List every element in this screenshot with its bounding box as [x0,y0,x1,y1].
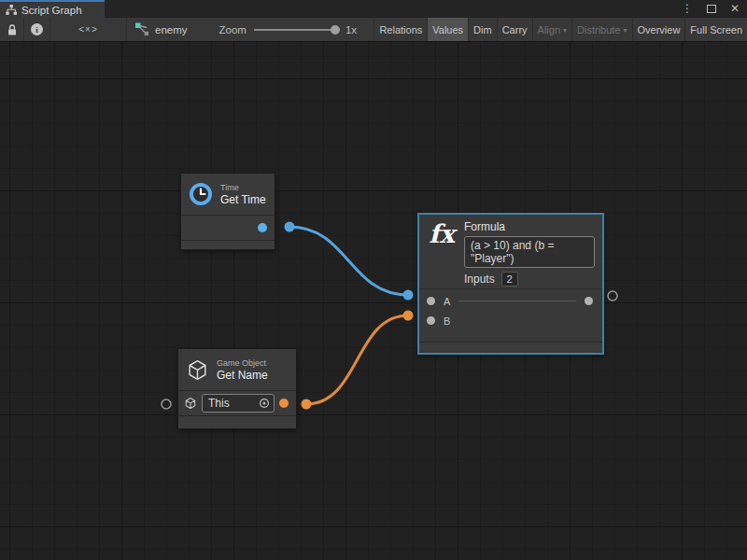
wire-endpoint-time-output[interactable] [285,222,295,232]
values-button[interactable]: Values [427,18,468,41]
cube-icon [186,358,209,382]
inputs-count-field[interactable]: 2 [501,272,518,287]
carry-button[interactable]: Carry [497,18,532,41]
zoom-value: 1x [345,24,357,35]
tab-title: Script Graph [21,5,82,16]
dim-button[interactable]: Dim [468,18,497,41]
graph-hierarchy-icon [6,5,17,15]
formula-fx-icon: fx [427,220,457,288]
formula-expression-line1: (a > 10) and (b = [471,239,588,252]
inputs-label: Inputs [464,273,495,286]
port-b-label: B [444,315,450,327]
info-icon: i [31,23,43,35]
wire-endpoint-formula-b[interactable] [403,311,414,321]
chevron-down-icon: ▾ [624,26,627,35]
toolbar-buttons: Relations Values Dim Carry Align ▾ Distr… [374,18,747,41]
chevron-down-icon: ▾ [563,26,567,35]
window-controls: ⋮ ✕ [682,0,740,18]
node-formula-ports: A B [419,288,602,342]
wire-layer [0,42,747,560]
titlebar: Script Graph ⋮ ✕ [0,0,747,18]
output-port-name[interactable] [279,399,289,408]
unconnected-output-formula[interactable] [608,291,617,301]
relations-button[interactable]: Relations [374,18,427,41]
graph-breadcrumb[interactable]: enemy [134,18,188,41]
node-title: Formula [464,220,595,233]
node-get-time-ports [181,215,275,240]
node-get-name-header[interactable]: Game Object Get Name [178,349,296,390]
formula-inputs-row: Inputs 2 [464,272,595,287]
graph-canvas[interactable]: Time Get Time Game Object Get Name [0,42,747,560]
maximize-icon[interactable] [707,5,716,13]
port-row-a: A [419,291,602,311]
wire-endpoint-formula-a[interactable] [403,290,414,301]
node-get-time-header[interactable]: Time Get Time [181,174,275,215]
zoom-control: Zoom 1x [219,18,358,41]
formula-expression-field[interactable]: (a > 10) and (b = "Player") [464,236,595,268]
node-footer [181,240,275,249]
clock-icon [189,182,213,206]
fullscreen-button[interactable]: Full Screen [684,18,747,41]
tab-script-graph[interactable]: Script Graph [0,0,105,18]
wire-name-to-formula-b[interactable] [306,315,408,404]
target-object-value: This [208,397,259,410]
wire-endpoint-name-output[interactable] [302,399,312,410]
graph-toolbar: i <×> enemy Zoom 1x Relations Values Dim… [0,18,747,42]
input-port-a[interactable] [427,297,435,305]
code-icon: <×> [78,24,98,35]
zoom-slider-track [254,29,338,31]
object-picker-icon[interactable] [259,398,270,409]
port-a-label: A [444,296,450,307]
graph-icon [134,22,149,36]
node-formula-header[interactable]: fx Formula (a > 10) and (b = "Player") I… [419,215,602,288]
overview-button[interactable]: Overview [632,18,685,41]
node-title: Get Time [220,193,266,206]
zoom-slider-handle[interactable] [331,25,340,35]
node-get-name-ports: This [178,390,296,415]
port-row-b: B [419,311,602,330]
formula-expression-line2: "Player") [471,252,588,265]
code-view-button[interactable]: <×> [50,18,127,41]
close-icon[interactable]: ✕ [730,0,740,18]
unconnected-input-get-name[interactable] [162,399,171,409]
node-footer [178,415,296,428]
distribute-button[interactable]: Distribute ▾ [571,18,631,41]
info-button[interactable]: i [24,18,50,41]
node-title: Get Name [217,369,268,382]
align-button[interactable]: Align ▾ [532,18,571,41]
node-footer [419,342,602,351]
target-object-field[interactable]: This [202,394,275,413]
output-port-result[interactable] [585,297,593,305]
zoom-label: Zoom [219,24,247,35]
wire-time-to-formula-a[interactable] [289,227,408,295]
window-menu-icon[interactable]: ⋮ [682,0,693,18]
lock-icon [7,23,18,36]
node-formula[interactable]: fx Formula (a > 10) and (b = "Player") I… [417,213,604,355]
zoom-slider[interactable] [254,24,338,35]
graph-name-label: enemy [155,24,188,35]
cube-icon-small [184,397,197,410]
node-get-time[interactable]: Time Get Time [180,173,275,250]
node-category: Game Object [217,358,268,369]
output-port-time[interactable] [258,223,267,232]
lock-button[interactable] [0,18,24,41]
node-get-name[interactable]: Game Object Get Name This [177,348,297,429]
node-category: Time [220,183,266,193]
input-port-b[interactable] [427,316,435,325]
relation-line [458,301,576,301]
